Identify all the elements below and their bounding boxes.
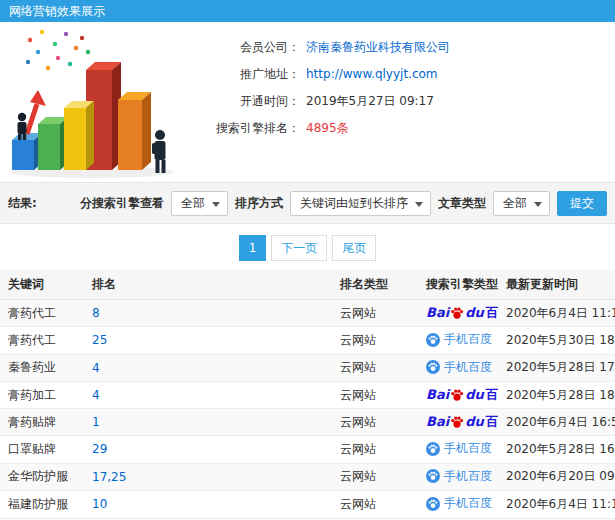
rank-link[interactable]: 1 [92,415,100,429]
mobile-baidu: 手机百度 [426,359,492,376]
mobile-baidu-label: 手机百度 [444,440,492,457]
table-row: 膏药代工8云网站Baidu百度2020年6月4日 11:15 [0,300,615,327]
mobile-baidu: 手机百度 [426,440,492,457]
rank-cell: 8 [84,300,332,327]
sort-filter-select[interactable]: 关键词由短到长排序 [290,191,431,216]
info-row: 推广地址： http://www.qlyyjt.com [188,65,615,83]
info-row: 开通时间： 2019年5月27日 09:17 [188,92,615,110]
mobile-baidu-icon [426,469,440,483]
rank-cell: 4 [84,382,332,409]
last-page-button[interactable]: 尾页 [332,235,376,261]
keyword-cell: 膏药加工 [0,382,84,409]
engine-cell: Baidu百度 [418,300,498,327]
update-time-cell: 2020年5月30日 18:06 [498,327,615,355]
member-company-link[interactable]: 济南秦鲁药业科技有限公司 [306,38,450,56]
keyword-cell: 秦鲁药业 [0,354,84,382]
page-title: 网络营销效果展示 [0,0,615,22]
sort-filter-label: 排序方式 [235,195,283,212]
info-row: 搜索引擎排名： 4895条 [188,119,615,137]
rank-link[interactable]: 4 [92,388,100,402]
rank-type-cell: 云网站 [332,436,418,464]
submit-button[interactable]: 提交 [557,191,607,216]
col-update-time: 最新更新时间 [498,270,615,300]
keyword-cell: 口罩贴牌 [0,436,84,464]
keyword-cell: 膏药代工 [0,300,84,327]
rank-link[interactable]: 10 [92,497,107,511]
rank-type-cell: 云网站 [332,354,418,382]
update-time-cell: 2020年6月20日 09:25 [498,463,615,491]
col-rank: 排名 [84,270,332,300]
engine-cell: 手机百度 [418,463,498,491]
info-row: 会员公司： 济南秦鲁药业科技有限公司 [188,38,615,56]
update-time-cell: 2020年5月28日 16:55 [498,436,615,464]
update-time-cell: 2020年5月28日 18:03 [498,382,615,409]
rank-type-cell: 云网站 [332,463,418,491]
paw-icon [450,415,464,429]
baidu-logo: Baidu百度 [426,414,498,430]
engine-cell: 手机百度 [418,327,498,355]
engine-cell: Baidu百度 [418,409,498,436]
rank-link[interactable]: 17,25 [92,470,126,484]
rank-cell: 1 [84,409,332,436]
table-row: 口罩贴牌29云网站手机百度2020年5月28日 16:55 [0,436,615,464]
engine-filter-value: 全部 [181,196,205,210]
keyword-cell: 膏药代工 [0,327,84,355]
rank-cell: 17,25 [84,463,332,491]
rank-type-cell: 云网站 [332,409,418,436]
engine-cell: 手机百度 [418,354,498,382]
mobile-baidu-label: 手机百度 [444,359,492,376]
update-time-cell: 2020年6月4日 11:10 [498,491,615,519]
chevron-down-icon [415,202,423,207]
open-time-value: 2019年5月27日 09:17 [306,92,434,110]
table-row: 金华防护服17,25云网站手机百度2020年6月20日 09:25 [0,463,615,491]
chevron-down-icon [534,202,542,207]
table-row: 秦鲁药业4云网站手机百度2020年5月28日 17:02 [0,354,615,382]
mobile-baidu-label: 手机百度 [444,495,492,512]
info-section: 会员公司： 济南秦鲁药业科技有限公司 推广地址： http://www.qlyy… [0,22,615,182]
mobile-baidu: 手机百度 [426,495,492,512]
confetti-dots [26,30,90,70]
open-time-label: 开通时间： [188,92,300,110]
article-type-filter-select[interactable]: 全部 [493,191,550,216]
page-button-current[interactable]: 1 [239,235,267,261]
rank-link[interactable]: 8 [92,306,100,320]
baidu-logo: Baidu百度 [426,387,498,403]
col-rank-type: 排名类型 [332,270,418,300]
paw-icon [450,388,464,402]
engine-filter-select[interactable]: 全部 [171,191,228,216]
mobile-baidu-icon [426,442,440,456]
engine-cell: Baidu百度 [418,382,498,409]
table-row: 膏药贴牌1云网站Baidu百度2020年6月4日 16:55 [0,409,615,436]
engine-rank-label: 搜索引擎排名： [188,119,300,137]
article-type-filter-value: 全部 [503,196,527,210]
update-time-cell: 2020年5月28日 17:02 [498,354,615,382]
filter-bar: 结果: 分搜索引擎查看 全部 排序方式 关键词由短到长排序 文章类型 全部 提交 [0,182,615,224]
mobile-baidu: 手机百度 [426,331,492,348]
promo-url-label: 推广地址： [188,65,300,83]
baidu-logo: Baidu百度 [426,305,498,321]
mobile-baidu-icon [426,333,440,347]
promo-url-link[interactable]: http://www.qlyyjt.com [306,65,438,83]
rank-type-cell: 云网站 [332,327,418,355]
col-engine-type: 搜索引擎类型 [418,270,498,300]
member-company-label: 会员公司： [188,38,300,56]
chevron-down-icon [212,202,220,207]
next-page-button[interactable]: 下一页 [271,235,327,261]
rank-link[interactable]: 4 [92,361,100,375]
rank-cell: 25 [84,327,332,355]
info-list: 会员公司： 济南秦鲁药业科技有限公司 推广地址： http://www.qlyy… [188,22,615,182]
rank-link[interactable]: 29 [92,442,107,456]
rank-link[interactable]: 25 [92,333,107,347]
col-keyword: 关键词 [0,270,84,300]
table-row: 膏药代工25云网站手机百度2020年5月30日 18:06 [0,327,615,355]
keyword-cell: 福建防护服 [0,491,84,519]
bar-chart-illustration [0,22,188,180]
keyword-cell: 金华防护服 [0,463,84,491]
results-table: 关键词 排名 排名类型 搜索引擎类型 最新更新时间 膏药代工8云网站Baidu百… [0,270,615,520]
mobile-baidu-icon [426,497,440,511]
rank-cell: 4 [84,354,332,382]
mobile-baidu: 手机百度 [426,468,492,485]
engine-cell: 手机百度 [418,436,498,464]
article-type-filter-label: 文章类型 [438,195,486,212]
rank-type-cell: 云网站 [332,300,418,327]
